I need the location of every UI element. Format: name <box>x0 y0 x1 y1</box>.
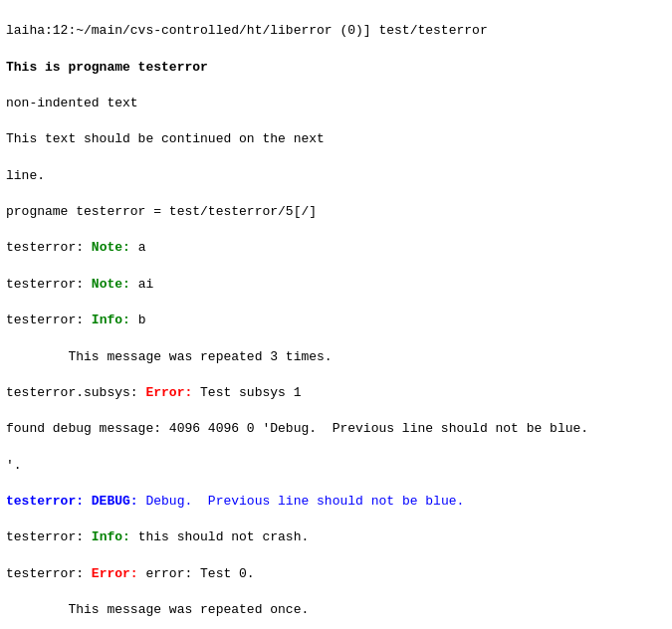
note-ai-label: Note: <box>92 277 130 292</box>
continued-line1: This text should be continued on the nex… <box>6 131 325 146</box>
info-b-label: Info: <box>92 313 130 327</box>
subsys-error-text: Test subsys 1 <box>192 385 301 400</box>
debug-blue-text: Debug. Previous line should not be blue. <box>145 494 464 509</box>
nonindented-line: non-indented text <box>6 96 138 110</box>
info-crash-label: Info: <box>92 529 130 544</box>
info-crash-text: this should not crash. <box>130 529 309 544</box>
progname-line: This is progname testerror <box>6 60 208 75</box>
note-a-prefix: testerror: <box>6 240 92 255</box>
found-debug-line: found debug message: 4096 4096 0 'Debug.… <box>6 421 588 436</box>
note-ai-text: ai <box>130 277 153 292</box>
subsys-error-label: Error: <box>145 385 192 400</box>
debug-blue-prefix: testerror: DEBUG: <box>6 494 145 509</box>
repeated-3-indent: This message was repeated 3 times. <box>6 349 333 364</box>
title-line: laiha:12:~/main/cvs-controlled/ht/liberr… <box>6 23 488 38</box>
error-0-text: error: Test 0. <box>138 566 255 581</box>
note-a-label: Note: <box>92 240 130 255</box>
note-ai-prefix: testerror: <box>6 277 92 292</box>
quote-dot: '. <box>6 458 22 473</box>
info-crash-prefix: testerror: <box>6 529 92 544</box>
repeated-once-indent: This message was repeated once. <box>6 602 309 617</box>
continued-line2: line. <box>6 168 45 183</box>
info-b-prefix: testerror: <box>6 313 92 327</box>
terminal-output: laiha:12:~/main/cvs-controlled/ht/liberr… <box>6 4 666 629</box>
info-b-text: b <box>130 313 146 327</box>
progname-assign: progname testerror = test/testerror/5[/] <box>6 204 317 219</box>
error-0-prefix: testerror: <box>6 566 92 581</box>
error-0-label: Error: <box>92 566 138 581</box>
subsys-prefix: testerror.subsys: <box>6 385 145 400</box>
note-a-text: a <box>130 240 146 255</box>
